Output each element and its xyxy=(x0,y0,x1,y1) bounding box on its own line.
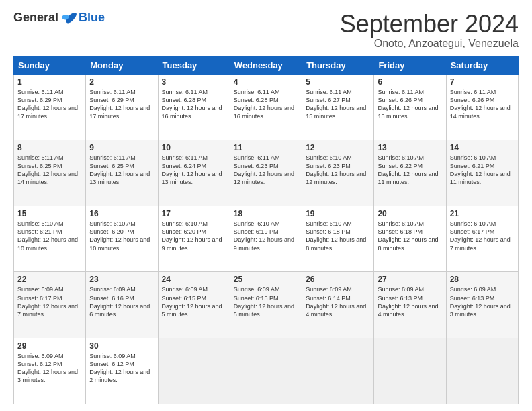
day-info: Sunrise: 6:11 AMSunset: 6:26 PMDaylight:… xyxy=(378,89,438,120)
table-row: 1 Sunrise: 6:11 AMSunset: 6:29 PMDayligh… xyxy=(14,74,86,140)
table-row: 23 Sunrise: 6:09 AMSunset: 6:16 PMDaylig… xyxy=(86,272,158,338)
table-row: 29 Sunrise: 6:09 AMSunset: 6:12 PMDaylig… xyxy=(14,338,86,404)
table-row: 17 Sunrise: 6:10 AMSunset: 6:20 PMDaylig… xyxy=(158,206,230,272)
logo-blue-text: Blue xyxy=(79,11,105,25)
day-number: 25 xyxy=(234,275,298,284)
col-saturday: Saturday xyxy=(446,56,518,74)
day-info: Sunrise: 6:11 AMSunset: 6:27 PMDaylight:… xyxy=(306,89,366,120)
table-row xyxy=(446,338,518,404)
table-row: 24 Sunrise: 6:09 AMSunset: 6:15 PMDaylig… xyxy=(158,272,230,338)
table-row xyxy=(158,338,230,404)
table-row: 19 Sunrise: 6:10 AMSunset: 6:18 PMDaylig… xyxy=(302,206,374,272)
day-info: Sunrise: 6:10 AMSunset: 6:19 PMDaylight:… xyxy=(234,220,294,251)
calendar-week-row: 8 Sunrise: 6:11 AMSunset: 6:25 PMDayligh… xyxy=(14,140,519,205)
day-number: 11 xyxy=(234,143,298,152)
day-number: 5 xyxy=(306,77,370,87)
day-info: Sunrise: 6:11 AMSunset: 6:23 PMDaylight:… xyxy=(234,154,294,185)
day-info: Sunrise: 6:11 AMSunset: 6:25 PMDaylight:… xyxy=(89,154,150,185)
day-number: 8 xyxy=(17,143,82,152)
table-row xyxy=(374,338,446,404)
day-number: 4 xyxy=(234,77,298,87)
day-number: 1 xyxy=(17,77,82,87)
day-number: 30 xyxy=(89,341,154,351)
day-number: 13 xyxy=(378,143,442,152)
table-row: 5 Sunrise: 6:11 AMSunset: 6:27 PMDayligh… xyxy=(302,74,374,140)
day-number: 3 xyxy=(162,77,226,87)
day-number: 12 xyxy=(306,143,370,152)
col-sunday: Sunday xyxy=(14,56,86,74)
day-info: Sunrise: 6:09 AMSunset: 6:16 PMDaylight:… xyxy=(89,286,150,317)
header: General Blue September 2024 Onoto, Anzoa… xyxy=(13,11,519,50)
day-info: Sunrise: 6:11 AMSunset: 6:29 PMDaylight:… xyxy=(89,89,150,120)
day-info: Sunrise: 6:09 AMSunset: 6:12 PMDaylight:… xyxy=(17,353,78,383)
day-number: 24 xyxy=(162,275,226,284)
day-info: Sunrise: 6:10 AMSunset: 6:23 PMDaylight:… xyxy=(306,154,366,185)
table-row: 20 Sunrise: 6:10 AMSunset: 6:18 PMDaylig… xyxy=(374,206,446,272)
calendar-header-row: Sunday Monday Tuesday Wednesday Thursday… xyxy=(14,56,519,74)
table-row: 11 Sunrise: 6:11 AMSunset: 6:23 PMDaylig… xyxy=(230,140,302,205)
day-info: Sunrise: 6:10 AMSunset: 6:22 PMDaylight:… xyxy=(378,154,438,185)
col-tuesday: Tuesday xyxy=(158,56,230,74)
table-row: 4 Sunrise: 6:11 AMSunset: 6:28 PMDayligh… xyxy=(230,74,302,140)
day-info: Sunrise: 6:11 AMSunset: 6:25 PMDaylight:… xyxy=(17,154,78,185)
table-row: 16 Sunrise: 6:10 AMSunset: 6:20 PMDaylig… xyxy=(86,206,158,272)
table-row: 9 Sunrise: 6:11 AMSunset: 6:25 PMDayligh… xyxy=(86,140,158,205)
calendar-table: Sunday Monday Tuesday Wednesday Thursday… xyxy=(13,56,519,404)
table-row: 28 Sunrise: 6:09 AMSunset: 6:13 PMDaylig… xyxy=(446,272,518,338)
table-row: 13 Sunrise: 6:10 AMSunset: 6:22 PMDaylig… xyxy=(374,140,446,205)
table-row: 6 Sunrise: 6:11 AMSunset: 6:26 PMDayligh… xyxy=(374,74,446,140)
day-number: 28 xyxy=(450,275,515,284)
day-info: Sunrise: 6:11 AMSunset: 6:28 PMDaylight:… xyxy=(162,89,222,120)
col-wednesday: Wednesday xyxy=(230,56,302,74)
day-number: 2 xyxy=(89,77,154,87)
month-title: September 2024 xyxy=(340,11,519,38)
table-row: 21 Sunrise: 6:10 AMSunset: 6:17 PMDaylig… xyxy=(446,206,518,272)
table-row: 10 Sunrise: 6:11 AMSunset: 6:24 PMDaylig… xyxy=(158,140,230,205)
col-thursday: Thursday xyxy=(302,56,374,74)
day-info: Sunrise: 6:11 AMSunset: 6:29 PMDaylight:… xyxy=(17,89,78,120)
calendar-week-row: 22 Sunrise: 6:09 AMSunset: 6:17 PMDaylig… xyxy=(14,272,519,338)
day-number: 7 xyxy=(450,77,515,87)
day-number: 15 xyxy=(17,209,82,218)
day-info: Sunrise: 6:10 AMSunset: 6:20 PMDaylight:… xyxy=(89,220,150,251)
calendar-week-row: 1 Sunrise: 6:11 AMSunset: 6:29 PMDayligh… xyxy=(14,74,519,140)
day-info: Sunrise: 6:10 AMSunset: 6:21 PMDaylight:… xyxy=(17,220,78,251)
col-monday: Monday xyxy=(86,56,158,74)
day-number: 18 xyxy=(234,209,298,218)
table-row: 3 Sunrise: 6:11 AMSunset: 6:28 PMDayligh… xyxy=(158,74,230,140)
table-row: 18 Sunrise: 6:10 AMSunset: 6:19 PMDaylig… xyxy=(230,206,302,272)
day-number: 26 xyxy=(306,275,370,284)
day-number: 21 xyxy=(450,209,515,218)
day-info: Sunrise: 6:09 AMSunset: 6:13 PMDaylight:… xyxy=(378,286,438,317)
day-number: 29 xyxy=(17,341,82,351)
day-info: Sunrise: 6:10 AMSunset: 6:21 PMDaylight:… xyxy=(450,154,511,185)
table-row: 8 Sunrise: 6:11 AMSunset: 6:25 PMDayligh… xyxy=(14,140,86,205)
day-number: 17 xyxy=(162,209,226,218)
day-number: 14 xyxy=(450,143,515,152)
table-row: 30 Sunrise: 6:09 AMSunset: 6:12 PMDaylig… xyxy=(86,338,158,404)
calendar-week-row: 15 Sunrise: 6:10 AMSunset: 6:21 PMDaylig… xyxy=(14,206,519,272)
table-row: 22 Sunrise: 6:09 AMSunset: 6:17 PMDaylig… xyxy=(14,272,86,338)
logo-general-text: General xyxy=(13,11,58,25)
day-number: 20 xyxy=(378,209,442,218)
table-row xyxy=(230,338,302,404)
day-number: 23 xyxy=(89,275,154,284)
page: General Blue September 2024 Onoto, Anzoa… xyxy=(0,0,532,411)
day-info: Sunrise: 6:09 AMSunset: 6:15 PMDaylight:… xyxy=(234,286,294,317)
day-info: Sunrise: 6:09 AMSunset: 6:13 PMDaylight:… xyxy=(450,286,511,317)
day-number: 9 xyxy=(89,143,154,152)
logo-bird-icon xyxy=(61,11,77,25)
day-info: Sunrise: 6:10 AMSunset: 6:18 PMDaylight:… xyxy=(306,220,366,251)
title-section: September 2024 Onoto, Anzoategui, Venezu… xyxy=(340,11,519,50)
table-row: 12 Sunrise: 6:10 AMSunset: 6:23 PMDaylig… xyxy=(302,140,374,205)
day-info: Sunrise: 6:10 AMSunset: 6:17 PMDaylight:… xyxy=(450,220,511,251)
day-info: Sunrise: 6:09 AMSunset: 6:15 PMDaylight:… xyxy=(162,286,222,317)
table-row: 7 Sunrise: 6:11 AMSunset: 6:26 PMDayligh… xyxy=(446,74,518,140)
col-friday: Friday xyxy=(374,56,446,74)
day-info: Sunrise: 6:09 AMSunset: 6:12 PMDaylight:… xyxy=(89,353,150,383)
table-row: 26 Sunrise: 6:09 AMSunset: 6:14 PMDaylig… xyxy=(302,272,374,338)
day-number: 10 xyxy=(162,143,226,152)
day-info: Sunrise: 6:10 AMSunset: 6:20 PMDaylight:… xyxy=(162,220,222,251)
day-info: Sunrise: 6:11 AMSunset: 6:26 PMDaylight:… xyxy=(450,89,511,120)
day-number: 27 xyxy=(378,275,442,284)
